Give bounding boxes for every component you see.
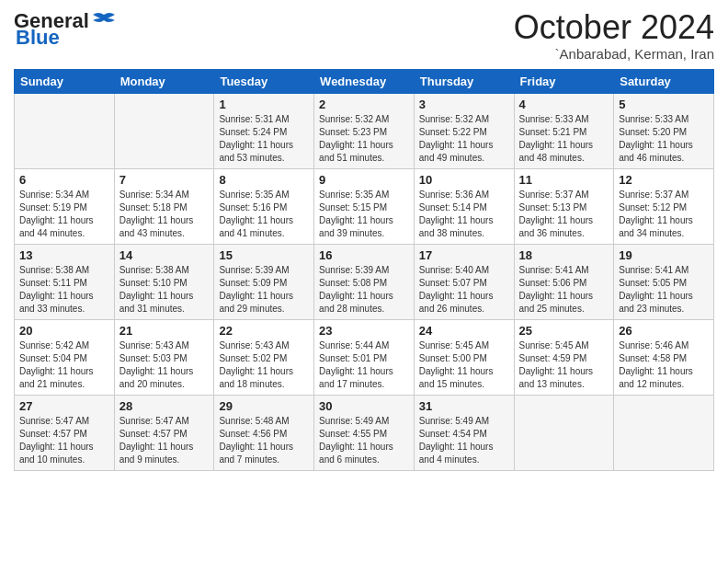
day-info: Sunrise: 5:34 AMSunset: 5:18 PMDaylight:… [119,189,210,240]
day-cell: 22Sunrise: 5:43 AMSunset: 5:02 PMDayligh… [214,319,314,395]
day-number: 29 [219,399,309,413]
day-cell: 5Sunrise: 5:33 AMSunset: 5:20 PMDaylight… [614,93,714,168]
day-cell: 30Sunrise: 5:49 AMSunset: 4:55 PMDayligh… [314,395,415,470]
day-cell: 3Sunrise: 5:32 AMSunset: 5:22 PMDaylight… [414,93,514,168]
title-block: October 2024 `Anbarabad, Kerman, Iran [514,9,714,62]
header-cell-monday: Monday [114,69,214,93]
day-cell: 20Sunrise: 5:42 AMSunset: 5:04 PMDayligh… [15,319,115,395]
day-info: Sunrise: 5:43 AMSunset: 5:03 PMDaylight:… [119,339,210,391]
day-number: 25 [519,324,609,338]
day-number: 22 [219,324,309,338]
day-number: 12 [619,173,709,187]
day-info: Sunrise: 5:35 AMSunset: 5:15 PMDaylight:… [319,189,409,240]
day-cell: 28Sunrise: 5:47 AMSunset: 4:57 PMDayligh… [114,395,214,470]
day-cell: 18Sunrise: 5:41 AMSunset: 5:06 PMDayligh… [514,244,614,319]
month-title: October 2024 [514,9,714,46]
day-cell: 13Sunrise: 5:38 AMSunset: 5:11 PMDayligh… [15,244,115,319]
week-row-1: 1Sunrise: 5:31 AMSunset: 5:24 PMDaylight… [15,93,714,168]
day-info: Sunrise: 5:33 AMSunset: 5:21 PMDaylight:… [519,113,609,165]
day-info: Sunrise: 5:38 AMSunset: 5:11 PMDaylight:… [19,264,109,316]
day-number: 6 [19,173,109,187]
day-number: 15 [219,248,309,262]
day-info: Sunrise: 5:32 AMSunset: 5:23 PMDaylight:… [319,113,409,165]
week-row-5: 27Sunrise: 5:47 AMSunset: 4:57 PMDayligh… [15,395,714,470]
day-number: 31 [419,399,509,413]
day-info: Sunrise: 5:36 AMSunset: 5:14 PMDaylight:… [419,189,509,240]
day-cell: 7Sunrise: 5:34 AMSunset: 5:18 PMDaylight… [114,168,214,244]
day-info: Sunrise: 5:41 AMSunset: 5:05 PMDaylight:… [619,264,709,316]
day-info: Sunrise: 5:47 AMSunset: 4:57 PMDaylight:… [19,415,109,466]
logo: General Blue [14,9,117,50]
day-cell [114,93,214,168]
day-number: 4 [519,98,609,111]
week-row-2: 6Sunrise: 5:34 AMSunset: 5:19 PMDaylight… [15,168,714,244]
day-cell: 24Sunrise: 5:45 AMSunset: 5:00 PMDayligh… [414,319,514,395]
day-number: 21 [119,324,210,338]
day-number: 19 [619,248,709,262]
day-number: 13 [19,248,109,262]
day-cell: 1Sunrise: 5:31 AMSunset: 5:24 PMDaylight… [214,93,314,168]
calendar-table: SundayMondayTuesdayWednesdayThursdayFrid… [14,69,714,471]
day-cell: 12Sunrise: 5:37 AMSunset: 5:12 PMDayligh… [614,168,714,244]
page: General Blue October 2024 `Anbarabad, Ke… [0,0,728,563]
header-cell-saturday: Saturday [614,69,714,93]
day-number: 3 [419,98,509,111]
day-cell: 31Sunrise: 5:49 AMSunset: 4:54 PMDayligh… [414,395,514,470]
day-info: Sunrise: 5:45 AMSunset: 4:59 PMDaylight:… [519,339,609,391]
day-number: 1 [219,98,309,111]
day-info: Sunrise: 5:45 AMSunset: 5:00 PMDaylight:… [419,339,509,391]
logo-bird-icon [91,11,117,31]
day-info: Sunrise: 5:48 AMSunset: 4:56 PMDaylight:… [219,415,309,466]
day-cell: 10Sunrise: 5:36 AMSunset: 5:14 PMDayligh… [414,168,514,244]
header-row: SundayMondayTuesdayWednesdayThursdayFrid… [15,69,714,93]
day-cell: 27Sunrise: 5:47 AMSunset: 4:57 PMDayligh… [15,395,115,470]
day-info: Sunrise: 5:35 AMSunset: 5:16 PMDaylight:… [219,189,309,240]
day-number: 7 [119,173,210,187]
header-cell-tuesday: Tuesday [214,69,314,93]
day-info: Sunrise: 5:38 AMSunset: 5:10 PMDaylight:… [119,264,210,316]
day-info: Sunrise: 5:39 AMSunset: 5:08 PMDaylight:… [319,264,409,316]
day-info: Sunrise: 5:37 AMSunset: 5:13 PMDaylight:… [519,189,609,240]
day-cell: 8Sunrise: 5:35 AMSunset: 5:16 PMDaylight… [214,168,314,244]
day-info: Sunrise: 5:49 AMSunset: 4:55 PMDaylight:… [319,415,409,466]
day-info: Sunrise: 5:40 AMSunset: 5:07 PMDaylight:… [419,264,509,316]
day-number: 5 [619,98,709,111]
day-number: 10 [419,173,509,187]
header-cell-friday: Friday [514,69,614,93]
logo-blue: Blue [16,26,60,50]
day-cell: 15Sunrise: 5:39 AMSunset: 5:09 PMDayligh… [214,244,314,319]
day-info: Sunrise: 5:46 AMSunset: 4:58 PMDaylight:… [619,339,709,391]
day-number: 9 [319,173,409,187]
day-number: 20 [19,324,109,338]
day-info: Sunrise: 5:47 AMSunset: 4:57 PMDaylight:… [119,415,210,466]
day-info: Sunrise: 5:42 AMSunset: 5:04 PMDaylight:… [19,339,109,391]
header: General Blue October 2024 `Anbarabad, Ke… [14,9,714,62]
day-info: Sunrise: 5:31 AMSunset: 5:24 PMDaylight:… [219,113,309,165]
header-cell-sunday: Sunday [15,69,115,93]
day-number: 16 [319,248,409,262]
day-info: Sunrise: 5:33 AMSunset: 5:20 PMDaylight:… [619,113,709,165]
day-cell: 11Sunrise: 5:37 AMSunset: 5:13 PMDayligh… [514,168,614,244]
day-number: 11 [519,173,609,187]
header-cell-thursday: Thursday [414,69,514,93]
day-cell: 4Sunrise: 5:33 AMSunset: 5:21 PMDaylight… [514,93,614,168]
day-cell: 9Sunrise: 5:35 AMSunset: 5:15 PMDaylight… [314,168,415,244]
week-row-3: 13Sunrise: 5:38 AMSunset: 5:11 PMDayligh… [15,244,714,319]
day-number: 18 [519,248,609,262]
day-number: 28 [119,399,210,413]
day-info: Sunrise: 5:39 AMSunset: 5:09 PMDaylight:… [219,264,309,316]
day-number: 27 [19,399,109,413]
day-number: 23 [319,324,409,338]
subtitle: `Anbarabad, Kerman, Iran [514,46,714,62]
day-number: 26 [619,324,709,338]
day-info: Sunrise: 5:32 AMSunset: 5:22 PMDaylight:… [419,113,509,165]
day-number: 8 [219,173,309,187]
week-row-4: 20Sunrise: 5:42 AMSunset: 5:04 PMDayligh… [15,319,714,395]
day-cell [514,395,614,470]
day-cell: 14Sunrise: 5:38 AMSunset: 5:10 PMDayligh… [114,244,214,319]
day-number: 2 [319,98,409,111]
day-cell: 19Sunrise: 5:41 AMSunset: 5:05 PMDayligh… [614,244,714,319]
day-cell: 21Sunrise: 5:43 AMSunset: 5:03 PMDayligh… [114,319,214,395]
day-info: Sunrise: 5:37 AMSunset: 5:12 PMDaylight:… [619,189,709,240]
day-cell: 29Sunrise: 5:48 AMSunset: 4:56 PMDayligh… [214,395,314,470]
